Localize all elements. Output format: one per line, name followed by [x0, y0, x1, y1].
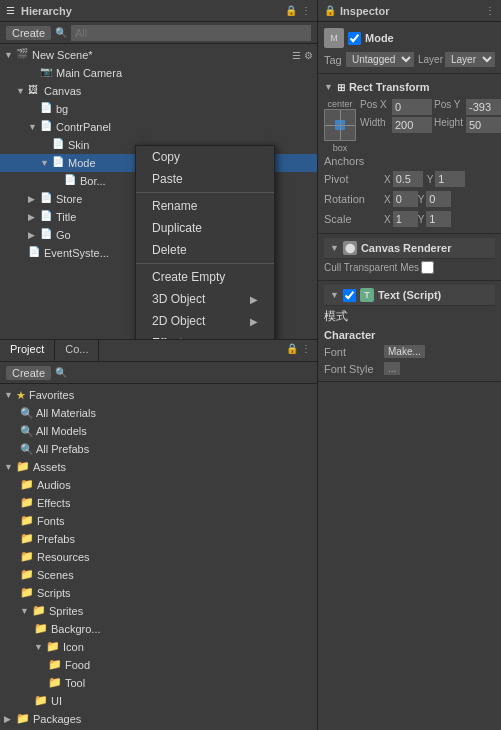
ctx-3d-object[interactable]: 3D Object ▶ [136, 288, 274, 310]
mode-active-checkbox[interactable] [348, 32, 361, 45]
text-value: 模式 [324, 308, 348, 325]
inspector-menu-icon[interactable]: ⋮ [485, 5, 495, 16]
scale-row: Scale X Y [324, 209, 495, 229]
scale-x-field[interactable] [393, 211, 418, 227]
effects-icon: 📁 [20, 496, 34, 510]
rot-y-field[interactable] [426, 191, 451, 207]
pos-x-field[interactable] [392, 99, 432, 115]
rect-transform-body: center box Pos X Pos Y [324, 99, 495, 153]
pos-y-field[interactable] [466, 99, 501, 115]
folder-resources[interactable]: 📁 Resources [0, 548, 317, 566]
ctx-effects[interactable]: Effects ▶ [136, 332, 274, 340]
folder-backgrounds[interactable]: 📁 Backgro... [0, 620, 317, 638]
backgrounds-icon: 📁 [34, 622, 48, 636]
folder-ui[interactable]: 📁 UI [0, 692, 317, 710]
assets-folder-icon: 📁 [16, 460, 30, 474]
tab-project[interactable]: Project [0, 340, 55, 361]
rect-transform-label: Rect Transform [349, 81, 430, 93]
tree-item-main-camera[interactable]: 📷 Main Camera [0, 64, 317, 82]
tree-item-bg[interactable]: 📄 bg [0, 100, 317, 118]
hierarchy-controls: 🔒 ⋮ [285, 5, 311, 16]
tree-item-canvas[interactable]: ▼ 🖼 Canvas [0, 82, 317, 100]
fav-all-prefabs[interactable]: 🔍 All Prefabs [0, 440, 317, 458]
scene-controls: ☰ ⚙ [292, 50, 313, 61]
text-script-checkbox[interactable] [343, 289, 356, 302]
sprites-icon: 📁 [32, 604, 46, 618]
assets-folder[interactable]: ▼ 📁 Assets [0, 458, 317, 476]
anchor-hline [325, 125, 355, 126]
ctx-delete[interactable]: Delete [136, 239, 274, 261]
pivot-x-field[interactable] [393, 171, 423, 187]
ctx-duplicate[interactable]: Duplicate [136, 217, 274, 239]
project-panel: Project Co... 🔒 ⋮ Create 🔍 ▼ ★ Favorites… [0, 340, 317, 730]
resources-icon: 📁 [20, 550, 34, 564]
ctx-2d-object[interactable]: 2D Object ▶ [136, 310, 274, 332]
ctx-rename[interactable]: Rename [136, 195, 274, 217]
font-style-label: Font Style [324, 363, 384, 375]
tree-item-contrpanel[interactable]: ▼ 📄 ContrPanel [0, 118, 317, 136]
cull-checkbox[interactable] [421, 261, 434, 274]
folder-effects[interactable]: 📁 Effects [0, 494, 317, 512]
folder-prefabs[interactable]: 📁 Prefabs [0, 530, 317, 548]
height-field[interactable] [466, 117, 501, 133]
star-icon: ★ [16, 389, 26, 402]
hierarchy-search[interactable] [71, 25, 311, 41]
food-icon: 📁 [48, 658, 62, 672]
scale-y-field[interactable] [426, 211, 451, 227]
project-tree: ▼ ★ Favorites 🔍 All Materials 🔍 All Mode… [0, 384, 317, 730]
size-row: Width Height [360, 117, 501, 133]
anchors-row: Anchors [324, 153, 495, 169]
folder-scripts[interactable]: 📁 Scripts [0, 584, 317, 602]
folder-tool[interactable]: 📁 Tool [0, 674, 317, 692]
character-row: Character [324, 327, 495, 343]
favorites-folder[interactable]: ▼ ★ Favorites [0, 386, 317, 404]
text-script-header[interactable]: ▼ T Text (Script) [324, 285, 495, 306]
ctx-copy[interactable]: Copy [136, 146, 274, 168]
ctx-2d-arrow: ▶ [250, 316, 258, 327]
folder-icon-root[interactable]: ▼ 📁 Icon [0, 638, 317, 656]
folder-scenes[interactable]: 📁 Scenes [0, 566, 317, 584]
ctx-effects-arrow: ▶ [250, 338, 258, 341]
rect-transform-header[interactable]: ▼ ⊞ Rect Transform [324, 78, 495, 96]
canvas-renderer-icon: ⬤ [343, 241, 357, 255]
hierarchy-toolbar: Create 🔍 [0, 22, 317, 44]
folder-food[interactable]: 📁 Food [0, 656, 317, 674]
tag-dropdown[interactable]: Untagged [346, 52, 414, 67]
create-button[interactable]: Create [6, 26, 51, 40]
pos-row: Pos X Pos Y [360, 99, 501, 115]
context-menu: Copy Paste Rename Duplicate Delete Creat… [135, 145, 275, 340]
anchor-visual: center box [324, 99, 356, 153]
scene-root[interactable]: ▼ 🎬 New Scene* ☰ ⚙ [0, 46, 317, 64]
ctx-create-empty[interactable]: Create Empty [136, 266, 274, 288]
inspector-header: 🔒 Inspector ⋮ [318, 0, 501, 22]
packages-folder-icon: 📁 [16, 712, 30, 726]
width-field[interactable] [392, 117, 432, 133]
text-script-section: ▼ T Text (Script) 模式 Character Font Make… [318, 281, 501, 382]
folder-audios[interactable]: 📁 Audios [0, 476, 317, 494]
tab-console[interactable]: Co... [55, 340, 99, 361]
text-script-icon: T [360, 288, 374, 302]
hierarchy-panel: ☰ Hierarchy 🔒 ⋮ Create 🔍 ▼ 🎬 New Scene* [0, 0, 317, 340]
font-value[interactable]: Make... [384, 345, 425, 358]
rotation-row: Rotation X Y [324, 189, 495, 209]
rect-fields: Pos X Pos Y Width Height [360, 99, 501, 153]
pivot-y-field[interactable] [435, 171, 465, 187]
lock-icon[interactable]: 🔒 [285, 5, 297, 16]
folder-sprites[interactable]: ▼ 📁 Sprites [0, 602, 317, 620]
cull-row: Cull Transparent Mes [324, 259, 495, 276]
layer-dropdown[interactable]: Layer [445, 52, 495, 67]
inspector-title: Inspector [340, 5, 390, 17]
anchor-box[interactable] [324, 109, 356, 141]
project-create-button[interactable]: Create [6, 366, 51, 380]
rot-x-field[interactable] [393, 191, 418, 207]
inspector-mode-header: M Mode Tag Untagged Layer Layer [318, 22, 501, 74]
packages-folder[interactable]: ▶ 📁 Packages [0, 710, 317, 728]
fav-all-materials[interactable]: 🔍 All Materials [0, 404, 317, 422]
fav-all-models[interactable]: 🔍 All Models [0, 422, 317, 440]
inspector-lock-icon[interactable]: 🔒 [324, 5, 336, 16]
menu-icon[interactable]: ⋮ [301, 5, 311, 16]
folder-fonts[interactable]: 📁 Fonts [0, 512, 317, 530]
mode-component-icon: M [324, 28, 344, 48]
canvas-renderer-header[interactable]: ▼ ⬤ Canvas Renderer [324, 238, 495, 259]
ctx-paste[interactable]: Paste [136, 168, 274, 190]
